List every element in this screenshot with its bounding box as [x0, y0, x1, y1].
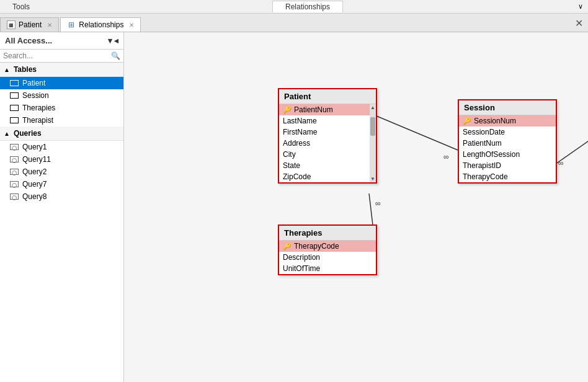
query7-icon	[10, 181, 19, 187]
sidebar-item-query8[interactable]: Query8	[0, 190, 123, 203]
patient-city-label: City	[283, 150, 296, 159]
session-lengthofsession-label: LengthOfSession	[463, 150, 520, 159]
session-table-icon	[10, 92, 19, 99]
session-key-icon: 🔑	[463, 117, 471, 125]
query11-icon	[10, 156, 19, 162]
sidebar-item-therapies-label: Therapies	[22, 104, 55, 112]
therapist-table-icon	[10, 117, 19, 123]
tab-patient-close[interactable]: ✕	[47, 22, 52, 29]
sidebar-item-query1[interactable]: Query1	[0, 141, 123, 153]
session-patientnum-label: PatientNum	[463, 139, 502, 148]
patient-table-title: Patient	[284, 92, 311, 101]
svg-text:∞: ∞	[443, 153, 449, 161]
main-close-button[interactable]: ✕	[570, 15, 588, 32]
svg-text:∞: ∞	[375, 199, 381, 208]
tables-section: ▲ Tables Patient Session Therapies Thera…	[0, 63, 123, 127]
query8-icon	[10, 193, 19, 200]
patient-table: Patient 🔑 PatientNum LastName FirstName …	[278, 88, 377, 184]
sidebar-item-query8-label: Query8	[22, 192, 47, 201]
session-sessionnum-label: SessionNum	[474, 117, 516, 125]
patient-scrollbar[interactable]: ▲ ▼	[370, 104, 376, 182]
queries-arrow: ▲	[4, 130, 10, 137]
relationship-lines: 1 ∞ 1 ∞ 1 ∞	[124, 32, 588, 382]
tools-menu[interactable]: Tools	[0, 1, 42, 12]
tab-patient[interactable]: ▦ Patient ✕	[0, 17, 59, 32]
main-layout: All Access... ▾ ◂ 🔍 ▲ Tables Patient Ses…	[0, 32, 588, 382]
session-field-therapistid: TherapistID	[459, 160, 556, 171]
sidebar-item-therapies[interactable]: Therapies	[0, 102, 123, 114]
session-field-therapycode: TherapyCode	[459, 171, 556, 182]
sidebar-item-query2[interactable]: Query2	[0, 166, 123, 178]
therapies-therapycode-label: TherapyCode	[294, 242, 339, 251]
session-therapycode-label: TherapyCode	[463, 172, 508, 181]
tables-section-header[interactable]: ▲ Tables	[0, 63, 123, 77]
session-table: Session 🔑 SessionNum SessionDate Patient…	[458, 99, 557, 184]
sidebar-header: All Access... ▾ ◂	[0, 32, 123, 50]
patient-field-patientnum: 🔑 PatientNum	[279, 104, 376, 115]
sidebar-controls: ▾ ◂	[108, 36, 118, 45]
session-field-sessiondate: SessionDate	[459, 127, 556, 138]
patient-field-lastname: LastName	[279, 115, 376, 127]
relationships-canvas[interactable]: 1 ∞ 1 ∞ 1 ∞ Patient 🔑 PatientNum LastNa	[124, 32, 588, 382]
session-field-patientnum: PatientNum	[459, 138, 556, 149]
query2-icon	[10, 169, 19, 175]
svg-line-0	[369, 113, 458, 150]
patient-address-label: Address	[283, 139, 310, 148]
session-table-header: Session	[459, 100, 556, 115]
therapies-table-title: Therapies	[284, 228, 322, 238]
therapies-key-icon: 🔑	[283, 242, 292, 251]
session-sessiondate-label: SessionDate	[463, 128, 505, 136]
session-table-title: Session	[464, 103, 495, 112]
tables-arrow: ▲	[4, 66, 10, 73]
therapies-description-label: Description	[283, 253, 320, 262]
scrollbar-thumb[interactable]	[370, 117, 375, 136]
sidebar-item-query11[interactable]: Query11	[0, 153, 123, 166]
session-therapistid-label: TherapistID	[463, 161, 501, 170]
sidebar-item-query11-label: Query11	[22, 155, 51, 164]
queries-section: ▲ Queries Query1 Query11 Query2 Query7	[0, 127, 123, 203]
scroll-down-arrow[interactable]: ▼	[370, 175, 376, 182]
therapies-table-body: 🔑 TherapyCode Description UnitOfTime	[279, 241, 376, 274]
therapies-field-unitoftime: UnitOfTime	[279, 263, 376, 274]
session-field-sessionnum: 🔑 SessionNum	[459, 115, 556, 127]
patient-table-header: Patient	[279, 89, 376, 104]
patient-field-zipcode: ZipCode	[279, 171, 376, 182]
patient-state-label: State	[283, 161, 300, 170]
sidebar-item-query1-label: Query1	[22, 143, 47, 151]
patient-field-city: City	[279, 149, 376, 160]
relationships-menu[interactable]: Relationships	[272, 1, 343, 12]
therapies-table: Therapies 🔑 TherapyCode Description Unit…	[278, 224, 377, 275]
patient-zipcode-label: ZipCode	[283, 172, 311, 181]
key-icon: 🔑	[283, 106, 292, 114]
tables-label: Tables	[14, 65, 37, 74]
tab-relationships[interactable]: ⊞ Relationships ✕	[60, 17, 141, 32]
session-field-lengthofsession: LengthOfSession	[459, 149, 556, 160]
sidebar-dropdown-icon[interactable]: ▾	[108, 36, 112, 45]
svg-line-6	[553, 128, 588, 166]
sidebar-collapse-icon[interactable]: ◂	[114, 36, 118, 45]
sidebar-item-query7[interactable]: Query7	[0, 178, 123, 190]
search-input[interactable]	[3, 51, 109, 60]
sidebar-item-session[interactable]: Session	[0, 89, 123, 102]
search-bar: 🔍	[0, 50, 123, 63]
svg-text:∞: ∞	[558, 159, 564, 167]
sidebar: All Access... ▾ ◂ 🔍 ▲ Tables Patient Ses…	[0, 32, 124, 382]
query1-icon	[10, 144, 19, 150]
sidebar-item-patient[interactable]: Patient	[0, 77, 123, 89]
queries-section-header[interactable]: ▲ Queries	[0, 127, 123, 141]
therapies-field-therapycode: 🔑 TherapyCode	[279, 241, 376, 252]
top-bar: Tools Relationships ∨	[0, 0, 588, 14]
sidebar-item-therapist[interactable]: Therapist	[0, 114, 123, 127]
tab-bar: ▦ Patient ✕ ⊞ Relationships ✕ ✕	[0, 14, 588, 32]
patient-lastname-label: LastName	[283, 117, 317, 125]
ribbon-collapse[interactable]: ∨	[573, 1, 588, 12]
sidebar-item-patient-label: Patient	[22, 79, 45, 87]
scroll-up-arrow[interactable]: ▲	[370, 104, 376, 111]
sidebar-item-query7-label: Query7	[22, 180, 47, 189]
therapies-field-description: Description	[279, 252, 376, 263]
tab-relationships-close[interactable]: ✕	[129, 22, 134, 29]
session-table-body: 🔑 SessionNum SessionDate PatientNum Leng…	[459, 115, 556, 182]
patient-table-icon	[10, 80, 19, 86]
sidebar-item-session-label: Session	[22, 91, 49, 100]
patient-table-body: 🔑 PatientNum LastName FirstName Address …	[279, 104, 376, 182]
